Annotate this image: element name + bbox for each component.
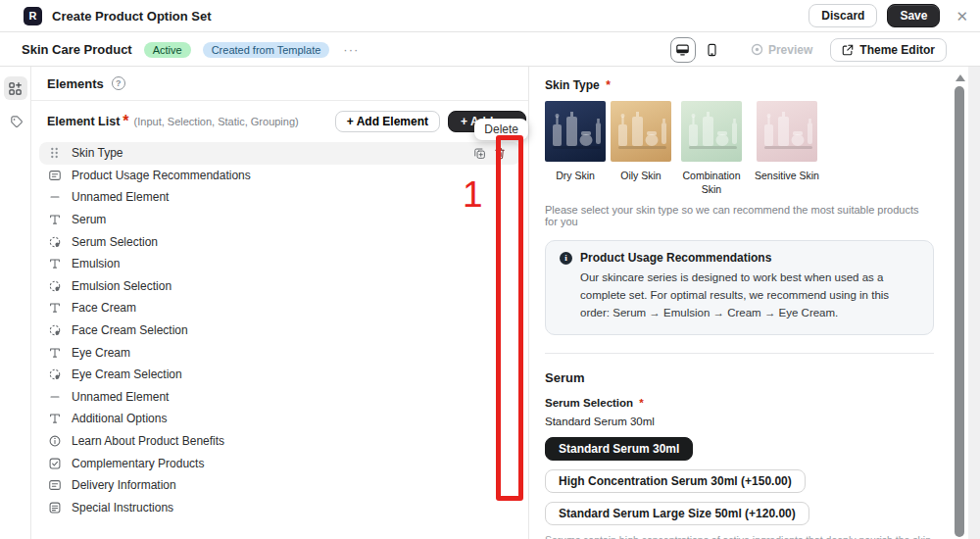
mobile-icon <box>706 43 718 57</box>
element-row-label: Special Instructions <box>72 501 173 514</box>
serum-selection-label: Serum Selection * <box>545 397 934 409</box>
element-row[interactable]: Eye Cream Selection <box>39 364 520 386</box>
skin-type-option: Dry Skin <box>545 101 606 196</box>
option-button[interactable]: Standard Serum 30ml <box>545 437 693 461</box>
element-row[interactable]: Complementary Products <box>39 452 520 474</box>
external-link-icon <box>842 44 854 56</box>
duplicate-icon[interactable] <box>472 146 487 161</box>
serum-current-value: Standard Serum 30ml <box>545 416 934 427</box>
element-row-label: Serum <box>72 213 106 226</box>
skin-type-option: Combination Skin <box>676 101 747 196</box>
element-row-label: Unnamed Element <box>72 390 169 404</box>
dash-icon <box>47 190 62 205</box>
element-row[interactable]: Delivery Information <box>39 474 520 497</box>
skin-type-image[interactable] <box>545 101 606 162</box>
radio-icon <box>47 278 62 293</box>
theme-editor-label: Theme Editor <box>859 43 935 57</box>
skin-type-option: Oily Skin <box>611 101 671 196</box>
theme-editor-button[interactable]: Theme Editor <box>830 38 947 62</box>
skin-type-helper: Please select your skin type so we can r… <box>545 204 934 227</box>
card-icon <box>47 168 62 182</box>
sub-header: Skin Care Product Active Created from Te… <box>0 33 980 67</box>
discard-button[interactable]: Discard <box>808 4 877 27</box>
radio-icon <box>47 368 62 382</box>
element-row[interactable]: Learn About Product Benefits <box>39 430 520 453</box>
status-badge: Active <box>144 42 191 58</box>
element-row[interactable]: Product Usage Recommendations <box>39 165 520 187</box>
text-icon <box>47 213 62 227</box>
desktop-icon <box>675 43 690 57</box>
delete-icon[interactable] <box>492 146 507 161</box>
radio-icon <box>47 234 62 249</box>
delete-tooltip: Delete <box>474 119 528 140</box>
app-logo-icon: R <box>24 7 42 25</box>
preview-button[interactable]: Preview <box>741 39 822 61</box>
save-button[interactable]: Save <box>887 4 940 27</box>
serum-heading: Serum <box>545 370 934 385</box>
close-icon[interactable]: ✕ <box>956 9 968 24</box>
element-list: Skin TypeProduct Usage RecommendationsUn… <box>31 138 528 518</box>
element-row-label: Delivery Information <box>72 478 176 492</box>
element-row[interactable]: Additional Options <box>39 408 520 430</box>
element-row-label: Eye Cream <box>72 346 130 360</box>
serum-selection-label-text: Serum Selection <box>545 397 633 409</box>
option-button[interactable]: Standard Serum Large Size 50ml (+120.00) <box>545 502 809 525</box>
right-gutter <box>968 67 980 539</box>
more-menu-icon[interactable]: ··· <box>343 42 359 57</box>
element-row[interactable]: Face Cream <box>39 297 520 319</box>
rail-elements-tab[interactable] <box>4 76 27 100</box>
element-row[interactable]: Emulsion <box>39 253 520 275</box>
skin-type-option-label: Sensitive Skin <box>755 169 819 182</box>
scroll-up-arrow-icon[interactable] <box>956 74 965 81</box>
required-mark: * <box>122 113 128 130</box>
skin-type-required: * <box>606 78 611 92</box>
left-icon-rail <box>0 67 31 539</box>
page-title: Create Product Option Set <box>52 9 212 24</box>
element-row[interactable]: Unnamed Element <box>39 386 520 409</box>
preview-label: Preview <box>768 43 812 57</box>
skin-type-image[interactable] <box>757 101 817 162</box>
mobile-view-button[interactable] <box>700 37 725 63</box>
skin-type-options: Dry SkinOily SkinCombination SkinSensiti… <box>545 101 934 196</box>
rail-pricing-tab[interactable] <box>4 110 27 133</box>
dash-icon <box>47 389 62 404</box>
element-row[interactable]: Eye Cream <box>39 341 520 364</box>
info-icon: i <box>560 252 572 265</box>
element-row-label: Complementary Products <box>72 457 204 470</box>
element-row-label: Learn About Product Benefits <box>72 434 224 448</box>
element-row[interactable]: Special Instructions <box>39 497 520 519</box>
elements-panel: Elements ? Element List * (Input, Select… <box>31 67 529 539</box>
element-row[interactable]: Unnamed Element <box>39 186 520 209</box>
skin-type-image[interactable] <box>611 101 671 162</box>
element-row-label: Face Cream <box>72 301 136 315</box>
info-box: i Product Usage Recommendations Our skin… <box>545 240 934 334</box>
info-icon <box>47 434 62 449</box>
desktop-view-button[interactable] <box>670 37 696 63</box>
drag-icon <box>47 146 62 161</box>
element-row[interactable]: Skin Type <box>39 142 520 165</box>
element-row[interactable]: Serum Selection <box>39 230 520 253</box>
add-element-button[interactable]: + Add Element <box>335 111 440 132</box>
scrollbar-thumb[interactable] <box>955 86 964 537</box>
element-row-label: Eye Cream Selection <box>72 368 182 381</box>
option-button[interactable]: High Concentration Serum 30ml (+150.00) <box>545 469 806 493</box>
element-list-header: Element List * (Input, Selection, Static… <box>31 101 528 138</box>
section-divider <box>545 353 934 354</box>
device-toggle <box>670 37 725 63</box>
element-row[interactable]: Emulsion Selection <box>39 275 520 298</box>
element-row-label: Product Usage Recommendations <box>72 169 251 182</box>
element-row-label: Emulsion <box>72 257 120 270</box>
info-box-body: Our skincare series is designed to work … <box>580 270 919 321</box>
text-icon <box>47 257 62 271</box>
element-row[interactable]: Face Cream Selection <box>39 319 520 342</box>
element-row[interactable]: Serum <box>39 209 520 231</box>
preview-icon <box>751 43 763 56</box>
skin-type-label: Skin Type * <box>545 78 934 92</box>
product-name: Skin Care Product <box>22 42 132 57</box>
help-icon[interactable]: ? <box>112 76 125 90</box>
serum-helper: Serums contain high concentrations of ac… <box>545 534 934 539</box>
skin-type-image[interactable] <box>681 101 742 162</box>
element-row-label: Serum Selection <box>72 235 158 249</box>
element-row-label: Emulsion Selection <box>72 279 172 293</box>
info-box-title: Product Usage Recommendations <box>580 251 771 265</box>
